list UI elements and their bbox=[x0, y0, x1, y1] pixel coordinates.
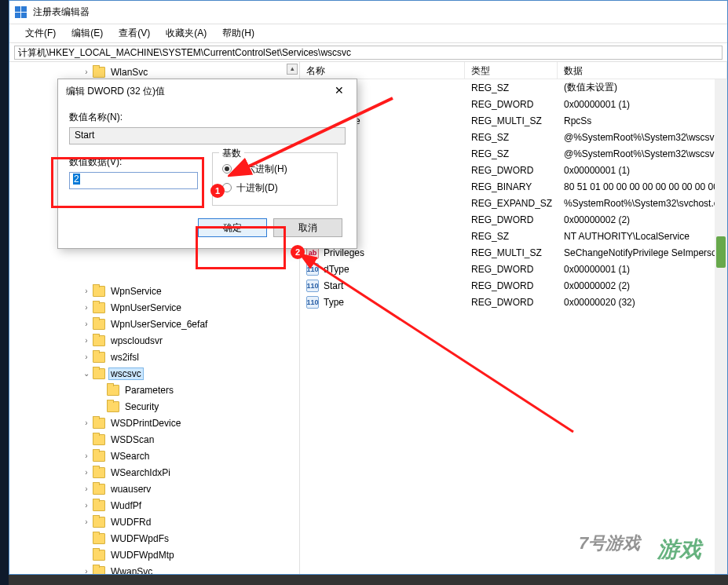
cancel-button[interactable]: 取消 bbox=[273, 218, 342, 237]
col-data[interactable]: 数据 bbox=[558, 62, 727, 79]
close-icon[interactable]: ✕ bbox=[324, 81, 355, 101]
list-row[interactable]: 110ionsREG_BINARY80 51 01 00 00 00 00 00… bbox=[300, 178, 727, 195]
tree-item-label: WSearchIdxPi bbox=[108, 466, 173, 479]
radio-hex-label: 十六进制(H) bbox=[236, 163, 287, 176]
tree-item-label: WpnUserService bbox=[108, 302, 184, 314]
chevron-right-icon[interactable]: › bbox=[80, 484, 93, 493]
value-type: REG_EXPAND_SZ bbox=[465, 198, 558, 209]
folder-icon bbox=[107, 401, 119, 412]
list-row[interactable]: abameREG_SZ@%SystemRoot%\System32\wscsvc… bbox=[300, 145, 727, 162]
tree-item-label: Parameters bbox=[123, 384, 176, 397]
tree-item[interactable]: ›WudfPf bbox=[9, 497, 299, 514]
radio-hex[interactable]: 十六进制(H) bbox=[222, 159, 327, 178]
value-data: 0x00000002 (2) bbox=[558, 280, 727, 291]
value-name-input[interactable]: Start bbox=[69, 127, 346, 144]
chevron-right-icon[interactable]: › bbox=[80, 303, 93, 312]
menu-favorites[interactable]: 收藏夹(A) bbox=[158, 25, 214, 42]
chevron-right-icon[interactable]: › bbox=[80, 419, 93, 427]
tree-item[interactable]: Parameters bbox=[9, 382, 299, 398]
value-data: 0x00000001 (1) bbox=[558, 264, 727, 275]
tree-item[interactable]: ›WUDFRd bbox=[9, 514, 299, 530]
tree-item[interactable]: Security bbox=[9, 398, 299, 415]
scrollbar-thumb[interactable] bbox=[716, 236, 726, 268]
chevron-right-icon[interactable]: › bbox=[80, 320, 93, 328]
value-name: dType bbox=[324, 264, 349, 275]
list-row[interactable]: 110utoStartREG_DWORD0x00000001 (1) bbox=[300, 96, 727, 112]
tree-item[interactable]: ›WpnService bbox=[9, 283, 299, 299]
chevron-right-icon[interactable]: › bbox=[80, 287, 93, 295]
ok-button[interactable]: 确定 bbox=[198, 218, 267, 237]
titlebar[interactable]: 注册表编辑器 bbox=[9, 1, 727, 24]
menubar: 文件(F) 编辑(E) 查看(V) 收藏夹(A) 帮助(H) bbox=[9, 24, 727, 43]
value-data: 0x00000001 (1) bbox=[558, 165, 727, 176]
tree-item[interactable]: WUDFWpdMtp bbox=[9, 547, 299, 563]
folder-icon bbox=[93, 319, 105, 330]
chevron-right-icon[interactable]: › bbox=[80, 468, 93, 477]
chevron-right-icon[interactable]: › bbox=[80, 353, 93, 361]
list-scrollbar[interactable] bbox=[715, 79, 727, 574]
value-data-label: 数值数据(V): bbox=[69, 155, 198, 169]
list-row[interactable]: abREG_SZ(数值未设置) bbox=[300, 79, 727, 96]
tree-item[interactable]: ›WwanSvc bbox=[9, 563, 299, 574]
chevron-right-icon[interactable]: › bbox=[80, 68, 93, 76]
value-type: REG_DWORD bbox=[465, 99, 558, 110]
menu-file[interactable]: 文件(F) bbox=[17, 25, 64, 42]
tree-item[interactable]: WUDFWpdFs bbox=[9, 530, 299, 547]
menu-view[interactable]: 查看(V) bbox=[111, 25, 158, 42]
value-data-input[interactable]: 2 bbox=[69, 172, 198, 189]
list-row[interactable]: 110trolREG_DWORD0x00000001 (1) bbox=[300, 162, 727, 178]
chevron-down-icon[interactable]: ⌄ bbox=[80, 369, 93, 378]
chevron-right-icon[interactable]: › bbox=[80, 501, 93, 510]
tree-item[interactable]: ›WSearchIdxPi bbox=[9, 464, 299, 481]
tree-item[interactable]: ›WpnUserService bbox=[9, 299, 299, 316]
chevron-right-icon[interactable]: › bbox=[80, 567, 93, 574]
tree-item[interactable]: ›ws2ifsl bbox=[9, 349, 299, 365]
tree-item[interactable]: ›WSearch bbox=[9, 448, 299, 464]
chevron-right-icon[interactable]: › bbox=[80, 336, 93, 345]
tree-item-label: WpnUserService_6efaf bbox=[108, 318, 210, 331]
folder-icon bbox=[93, 566, 105, 575]
tree-item[interactable]: ›WlanSvc bbox=[9, 64, 299, 80]
list-row[interactable]: 110StartREG_DWORD0x00000002 (2) bbox=[300, 277, 727, 294]
list-row[interactable]: abonREG_SZ@%SystemRoot%\System32\wscsvc.… bbox=[300, 129, 727, 145]
value-data: 0x00000002 (2) bbox=[558, 214, 727, 225]
list-row[interactable]: 110otectedREG_DWORD0x00000002 (2) bbox=[300, 211, 727, 228]
tree-item[interactable]: ›WSDPrintDevice bbox=[9, 415, 299, 431]
menu-help[interactable]: 帮助(H) bbox=[214, 25, 262, 42]
tree-item[interactable]: ›wpscloudsvr bbox=[9, 332, 299, 349]
col-name[interactable]: 名称 bbox=[300, 62, 465, 79]
value-type: REG_DWORD bbox=[465, 214, 558, 225]
folder-icon bbox=[93, 335, 105, 346]
value-type: REG_BINARY bbox=[465, 181, 558, 192]
list-row[interactable]: abnServiceREG_MULTI_SZRpcSs bbox=[300, 112, 727, 129]
value-type: REG_SZ bbox=[465, 82, 558, 93]
tree-item[interactable]: ›wuauserv bbox=[9, 481, 299, 497]
address-input[interactable]: 计算机\HKEY_LOCAL_MACHINE\SYSTEM\CurrentCon… bbox=[14, 46, 723, 60]
list-row[interactable]: abmeREG_SZNT AUTHORITY\LocalService bbox=[300, 228, 727, 244]
tree-item[interactable]: ›WpnUserService_6efaf bbox=[9, 316, 299, 332]
value-name: Start bbox=[324, 280, 343, 291]
tree-item[interactable]: ⌄wscsvc bbox=[9, 365, 299, 382]
list-row[interactable]: abhREG_EXPAND_SZ%SystemRoot%\System32\sv… bbox=[300, 195, 727, 211]
chevron-right-icon[interactable]: › bbox=[80, 452, 93, 460]
folder-icon bbox=[93, 67, 105, 78]
radio-dec[interactable]: 十进制(D) bbox=[222, 178, 327, 197]
folder-icon bbox=[93, 500, 105, 511]
list-row[interactable]: 110TypeREG_DWORD0x00000020 (32) bbox=[300, 294, 727, 310]
binary-value-icon: 110 bbox=[306, 296, 319, 309]
tree-item[interactable]: WSDScan bbox=[9, 431, 299, 448]
list-row[interactable]: 110dTypeREG_DWORD0x00000001 (1) bbox=[300, 261, 727, 277]
folder-icon bbox=[93, 533, 105, 544]
value-data: 80 51 01 00 00 00 00 00 00 00 00 00 bbox=[558, 181, 727, 192]
value-data: NT AUTHORITY\LocalService bbox=[558, 231, 727, 242]
tree-item-label: WUDFWpdMtp bbox=[108, 549, 177, 561]
dialog-titlebar[interactable]: 编辑 DWORD (32 位)值 ✕ bbox=[58, 79, 357, 103]
value-type: REG_SZ bbox=[465, 132, 558, 143]
list-pane[interactable]: 名称 类型 数据 abREG_SZ(数值未设置)110utoStartREG_D… bbox=[300, 62, 727, 574]
chevron-right-icon[interactable]: › bbox=[80, 517, 93, 526]
tree-item-label: WUDFWpdFs bbox=[108, 532, 171, 545]
menu-edit[interactable]: 编辑(E) bbox=[64, 25, 111, 42]
value-data: RpcSs bbox=[558, 115, 727, 126]
col-type[interactable]: 类型 bbox=[465, 62, 558, 79]
list-row[interactable]: abPrivilegesREG_MULTI_SZSeChangeNotifyPr… bbox=[300, 244, 727, 261]
